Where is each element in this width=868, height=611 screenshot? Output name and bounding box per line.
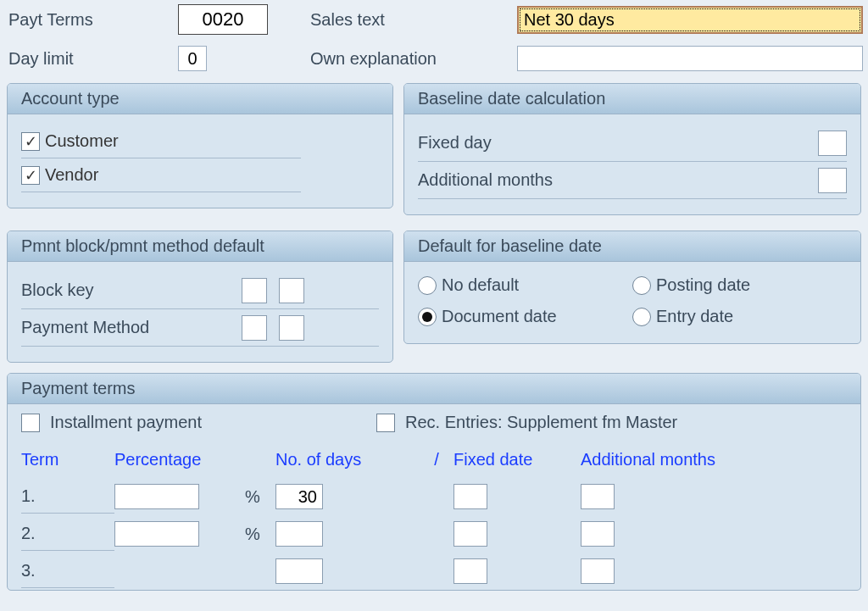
- installment-label: Installment payment: [50, 413, 202, 432]
- row-index: 3.: [21, 554, 114, 588]
- fixed-date-input[interactable]: [453, 521, 487, 547]
- radio-label: No default: [442, 275, 519, 295]
- add-months-input[interactable]: [581, 521, 615, 547]
- radio-posting-date[interactable]: Posting date: [632, 275, 847, 295]
- vendor-row[interactable]: ✓ Vendor: [21, 158, 301, 192]
- radio-icon: [632, 308, 651, 326]
- payment-terms-header-row: Term Percentage No. of days / Fixed date…: [21, 441, 847, 478]
- col-percentage: Percentage: [114, 450, 242, 469]
- rec-entries-checkbox[interactable]: [376, 414, 395, 432]
- radio-label: Posting date: [656, 275, 750, 295]
- percent-icon: %: [242, 487, 275, 507]
- payment-method-label: Payment Method: [21, 318, 242, 337]
- percent-icon: %: [242, 525, 275, 544]
- baseline-calc-group: Baseline date calculation Fixed day Addi…: [403, 83, 861, 215]
- fixed-date-input[interactable]: [453, 484, 487, 509]
- baseline-default-title: Default for baseline date: [404, 231, 860, 262]
- customer-label: Customer: [45, 131, 119, 151]
- pmnt-block-title: Pmnt block/pmnt method default: [8, 231, 392, 262]
- payment-terms-row: 3.: [21, 553, 847, 590]
- add-months-input[interactable]: [581, 558, 615, 584]
- fixed-day-label: Fixed day: [418, 133, 818, 153]
- additional-months-input[interactable]: [818, 168, 847, 193]
- additional-months-label: Additional months: [418, 170, 818, 190]
- percentage-input[interactable]: [114, 484, 199, 509]
- payment-method-row: Payment Method: [21, 309, 379, 347]
- vendor-label: Vendor: [45, 165, 98, 185]
- customer-checkbox[interactable]: ✓: [21, 132, 40, 151]
- radio-entry-date[interactable]: Entry date: [632, 307, 847, 326]
- radio-label: Document date: [442, 307, 557, 326]
- payt-terms-label: Payt Terms: [8, 10, 178, 30]
- account-type-group: Account type ✓ Customer ✓ Vendor: [7, 83, 393, 208]
- row-index: 1.: [21, 480, 114, 514]
- radio-label: Entry date: [656, 307, 733, 326]
- percentage-input[interactable]: [114, 521, 199, 547]
- payt-terms-input[interactable]: [178, 4, 268, 35]
- sales-text-input[interactable]: [517, 6, 863, 34]
- customer-row[interactable]: ✓ Customer: [21, 125, 301, 158]
- radio-icon: [418, 308, 437, 326]
- radio-no-default[interactable]: No default: [418, 275, 632, 295]
- days-input[interactable]: [275, 521, 323, 547]
- block-key-input[interactable]: [242, 278, 267, 303]
- pmnt-block-group: Pmnt block/pmnt method default Block key…: [7, 231, 393, 363]
- payment-method-checkbox[interactable]: [279, 315, 304, 341]
- own-explanation-input[interactable]: [517, 46, 863, 71]
- fixed-day-input[interactable]: [818, 131, 847, 156]
- installment-checkbox[interactable]: [21, 414, 40, 432]
- payment-terms-title: Payment terms: [8, 374, 860, 404]
- col-term: Term: [21, 450, 114, 469]
- row-index: 2.: [21, 517, 114, 551]
- baseline-default-group: Default for baseline date No default Pos…: [403, 231, 861, 344]
- header-area: Payt Terms Sales text Day limit Own expl…: [0, 0, 868, 78]
- radio-icon: [632, 276, 651, 295]
- day-limit-input[interactable]: [178, 46, 207, 71]
- sales-text-label: Sales text: [310, 10, 517, 30]
- fixed-date-input[interactable]: [453, 558, 487, 584]
- radio-document-date[interactable]: Document date: [418, 307, 632, 326]
- days-input[interactable]: [275, 558, 323, 584]
- col-no-of-days: No. of days: [275, 450, 420, 469]
- rec-entries-label: Rec. Entries: Supplement fm Master: [405, 413, 677, 432]
- vendor-checkbox[interactable]: ✓: [21, 166, 40, 185]
- fixed-day-row: Fixed day: [418, 125, 847, 162]
- day-limit-label: Day limit: [8, 49, 178, 69]
- col-add-months: Additional months: [581, 450, 733, 469]
- block-key-checkbox[interactable]: [279, 278, 304, 303]
- baseline-calc-title: Baseline date calculation: [404, 84, 860, 114]
- payment-terms-group: Payment terms Installment payment Rec. E…: [7, 373, 861, 591]
- col-fixed-date: Fixed date: [453, 450, 581, 469]
- rec-entries-row[interactable]: Rec. Entries: Supplement fm Master: [376, 413, 677, 432]
- payment-method-input[interactable]: [242, 315, 267, 341]
- payment-terms-row: 2. %: [21, 515, 847, 553]
- days-input[interactable]: [275, 484, 323, 509]
- payment-terms-row: 1. %: [21, 478, 847, 515]
- block-key-label: Block key: [21, 281, 242, 300]
- installment-payment-row[interactable]: Installment payment: [21, 413, 202, 432]
- col-slash: /: [420, 450, 453, 469]
- own-explanation-label: Own explanation: [310, 49, 517, 69]
- radio-icon: [418, 276, 437, 295]
- add-months-input[interactable]: [581, 484, 615, 509]
- block-key-row: Block key: [21, 272, 379, 309]
- account-type-title: Account type: [8, 84, 392, 114]
- additional-months-row: Additional months: [418, 162, 847, 199]
